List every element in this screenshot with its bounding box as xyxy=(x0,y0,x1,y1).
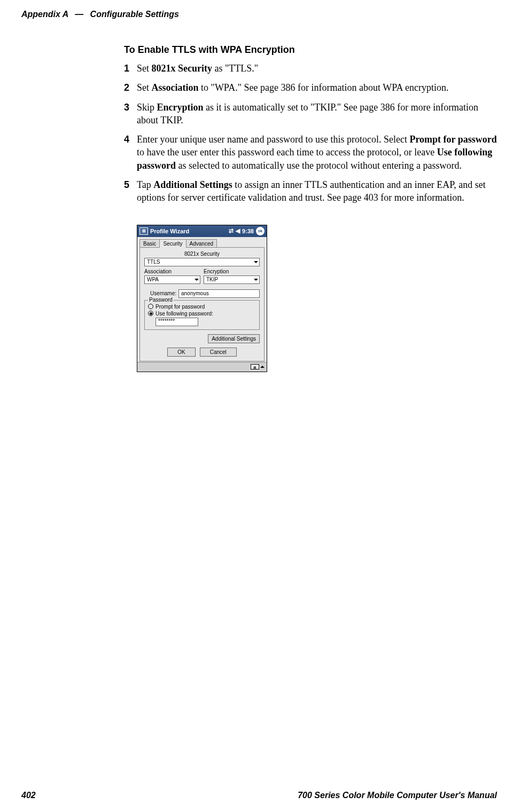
header-title: Configurable Settings xyxy=(90,10,179,19)
list-item-1: 1 Set 8021x Security as "TTLS." xyxy=(124,62,497,75)
use-following-radio-row[interactable]: Use following password: xyxy=(148,311,256,317)
main-content: To Enable TTLS with WPA Encryption 1 Set… xyxy=(124,44,497,372)
password-fieldset: Password Prompt for password Use followi… xyxy=(144,300,260,330)
page-footer: 402 700 Series Color Mobile Computer Use… xyxy=(21,791,497,800)
item-number: 5 xyxy=(124,178,137,204)
keyboard-icon[interactable]: ▦ xyxy=(251,364,259,369)
tab-basic[interactable]: Basic xyxy=(139,239,160,248)
tab-content: 8021x Security TTLS Association WPA xyxy=(139,247,265,361)
list-item-2: 2 Set Association to "WPA." See page 386… xyxy=(124,81,497,94)
titlebar: ⊞ Profile Wizard ⇄ ◀ 9:38 ok xyxy=(137,225,267,237)
chevron-down-icon xyxy=(195,279,199,281)
use-following-label: Use following password: xyxy=(155,311,213,317)
encryption-label: Encryption xyxy=(204,269,260,274)
tab-security[interactable]: Security xyxy=(159,239,186,248)
association-dropdown[interactable]: WPA xyxy=(144,275,200,284)
page-header: Appendix A — Configurable Settings xyxy=(21,10,179,19)
titlebar-right: ⇄ ◀ 9:38 ok xyxy=(229,227,265,235)
cancel-button[interactable]: Cancel xyxy=(200,348,237,357)
radio-checked-icon[interactable] xyxy=(148,311,153,316)
numbered-list: 1 Set 8021x Security as "TTLS." 2 Set As… xyxy=(124,62,497,204)
item-number: 1 xyxy=(124,62,137,75)
association-col: Association WPA xyxy=(144,269,200,284)
encryption-col: Encryption TKIP xyxy=(204,269,260,284)
ok-button[interactable]: OK xyxy=(167,348,195,357)
security-label: 8021x Security xyxy=(144,251,260,257)
prompt-label: Prompt for password xyxy=(155,304,205,310)
list-item-3: 3 Skip Encryption as it is automatically… xyxy=(124,101,497,127)
prompt-radio-row[interactable]: Prompt for password xyxy=(148,304,256,310)
connectivity-icon[interactable]: ⇄ xyxy=(229,227,234,234)
item-text: Set 8021x Security as "TTLS." xyxy=(137,62,497,75)
page-number: 402 xyxy=(21,791,36,800)
association-label: Association xyxy=(144,269,200,274)
assoc-enc-row: Association WPA Encryption TKIP xyxy=(144,269,260,284)
window-body: Basic Security Advanced 8021x Security T… xyxy=(137,237,267,362)
item-text: Tap Additional Settings to assign an inn… xyxy=(137,178,497,204)
taskbar: ▦ xyxy=(137,362,267,372)
username-input[interactable]: anonymous xyxy=(178,289,260,298)
tab-advanced[interactable]: Advanced xyxy=(186,239,217,248)
username-label: Username: xyxy=(144,290,176,296)
item-number: 2 xyxy=(124,81,137,94)
additional-settings-button[interactable]: Additional Settings xyxy=(208,334,260,343)
item-text: Enter your unique user name and password… xyxy=(137,133,497,172)
appendix-label: Appendix A xyxy=(21,10,68,19)
manual-title: 700 Series Color Mobile Computer User's … xyxy=(298,791,497,800)
list-item-5: 5 Tap Additional Settings to assign an i… xyxy=(124,178,497,204)
header-dash: — xyxy=(75,10,83,19)
clock-time: 9:38 xyxy=(242,228,254,234)
bottom-buttons: OK Cancel xyxy=(144,348,260,357)
section-heading: To Enable TTLS with WPA Encryption xyxy=(124,44,497,56)
speaker-icon[interactable]: ◀ xyxy=(236,227,240,234)
chevron-down-icon xyxy=(254,279,258,281)
embedded-screenshot: ⊞ Profile Wizard ⇄ ◀ 9:38 ok Basic Secur… xyxy=(137,225,497,372)
list-item-4: 4 Enter your unique user name and passwo… xyxy=(124,133,497,172)
radio-unchecked-icon[interactable] xyxy=(148,304,153,309)
encryption-dropdown[interactable]: TKIP xyxy=(204,275,260,284)
up-arrow-icon[interactable] xyxy=(260,366,265,368)
item-number: 4 xyxy=(124,133,137,172)
password-input[interactable]: ******** xyxy=(155,318,198,326)
profile-wizard-window: ⊞ Profile Wizard ⇄ ◀ 9:38 ok Basic Secur… xyxy=(137,225,267,372)
tabs-row: Basic Security Advanced xyxy=(139,239,265,248)
start-flag-icon[interactable]: ⊞ xyxy=(139,227,148,235)
item-number: 3 xyxy=(124,101,137,127)
item-text: Set Association to "WPA." See page 386 f… xyxy=(137,81,497,94)
security-dropdown[interactable]: TTLS xyxy=(144,258,260,266)
chevron-down-icon xyxy=(254,261,258,263)
password-legend: Password xyxy=(148,297,174,303)
ok-button-titlebar[interactable]: ok xyxy=(256,227,265,235)
window-title: Profile Wizard xyxy=(150,228,189,234)
item-text: Skip Encryption as it is automatically s… xyxy=(137,101,497,127)
